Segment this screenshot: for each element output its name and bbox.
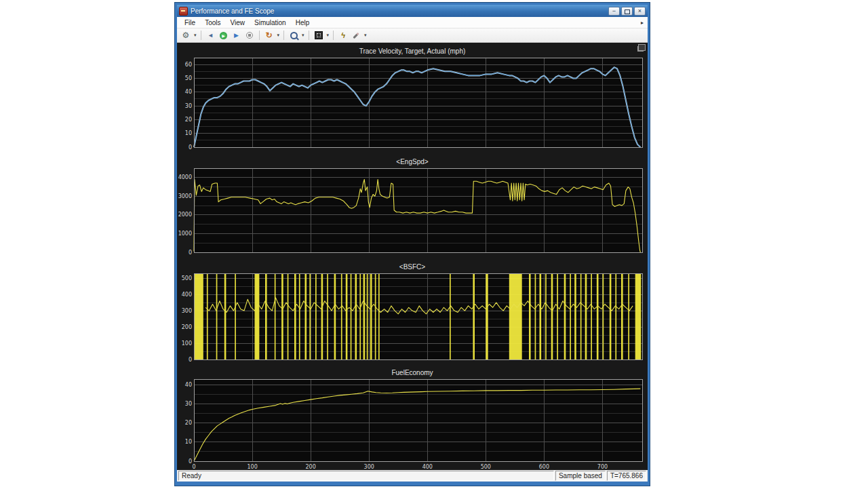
- svg-text:300: 300: [182, 308, 192, 314]
- svg-text:0: 0: [189, 357, 192, 362]
- scope-window: Performance and FE Scope − × File Tools …: [175, 3, 650, 486]
- trigger-caret-icon[interactable]: ▾: [277, 33, 280, 38]
- status-time: T=765.866: [607, 471, 646, 481]
- svg-text:60: 60: [185, 62, 192, 68]
- svg-text:0: 0: [189, 144, 192, 150]
- menu-file[interactable]: File: [180, 18, 200, 27]
- settings-caret-icon[interactable]: ▾: [194, 33, 197, 38]
- svg-text:30: 30: [185, 103, 192, 109]
- step-back-button[interactable]: ◄: [205, 30, 216, 41]
- trigger-button[interactable]: ↻: [264, 30, 275, 41]
- fueleconomy-title: FuelEconomy: [177, 369, 648, 377]
- svg-text:2000: 2000: [178, 212, 192, 218]
- svg-text:20: 20: [185, 420, 192, 426]
- measurements-button[interactable]: [351, 30, 361, 41]
- stop-icon: [246, 32, 253, 39]
- close-button[interactable]: ×: [634, 7, 646, 16]
- dock-icon[interactable]: [638, 44, 646, 51]
- bsfc-panel: <BSFC> 0100200300400500: [177, 254, 648, 361]
- zoom-icon: [290, 32, 298, 39]
- svg-text:200: 200: [182, 324, 192, 330]
- menu-help[interactable]: Help: [291, 18, 315, 27]
- velocity-chart[interactable]: 0102030405060: [177, 56, 648, 149]
- toolbar: ⚙ ▾ ◄ ▶ ▶ ↻ ▾ ▾ ▾ ϟ ▾: [177, 28, 648, 43]
- trigger-icon: ↻: [265, 31, 272, 39]
- svg-text:40: 40: [185, 382, 192, 388]
- toolbar-separator: [283, 31, 284, 40]
- fit-caret-icon[interactable]: ▾: [327, 33, 330, 38]
- svg-text:30: 30: [185, 401, 192, 407]
- toolbar-separator: [309, 31, 309, 40]
- plot-area: Trace Velocity, Target, Actual (mph) 010…: [177, 43, 648, 470]
- toolbar-separator: [259, 31, 260, 40]
- svg-text:200: 200: [305, 464, 315, 470]
- app-icon: [179, 7, 188, 16]
- svg-text:1000: 1000: [178, 231, 192, 237]
- svg-text:40: 40: [185, 89, 192, 95]
- run-button[interactable]: ▶: [218, 30, 229, 41]
- svg-text:4000: 4000: [178, 174, 192, 180]
- settings-button[interactable]: ⚙: [180, 30, 191, 41]
- bsfc-title: <BSFC>: [177, 263, 648, 271]
- window-title: Performance and FE Scope: [191, 7, 608, 15]
- svg-text:0: 0: [189, 250, 192, 255]
- svg-text:3000: 3000: [178, 193, 192, 199]
- svg-text:0: 0: [192, 464, 195, 470]
- svg-text:400: 400: [182, 292, 192, 298]
- measurements-caret-icon[interactable]: ▾: [364, 33, 367, 38]
- bsfc-chart[interactable]: 0100200300400500: [177, 271, 648, 361]
- menu-overflow-chevron[interactable]: ▸: [641, 20, 645, 26]
- bolt-icon: ϟ: [341, 31, 345, 39]
- step-back-icon: ◄: [208, 32, 214, 39]
- svg-text:300: 300: [364, 464, 374, 470]
- status-bar: Ready Sample based T=765.866: [177, 470, 648, 482]
- stop-button[interactable]: [244, 30, 255, 41]
- fueleconomy-panel: FuelEconomy 0102030400100200300400500600…: [177, 361, 648, 470]
- svg-text:100: 100: [247, 464, 257, 470]
- toolbar-separator: [201, 31, 201, 40]
- step-forward-button[interactable]: ▶: [231, 30, 242, 41]
- menu-bar: File Tools View Simulation Help ▸: [177, 17, 648, 28]
- page-background: Performance and FE Scope − × File Tools …: [0, 0, 868, 489]
- engspd-panel: <EngSpd> 01000200030004000: [177, 149, 648, 254]
- svg-text:500: 500: [182, 275, 192, 281]
- toolbar-separator: [333, 31, 334, 40]
- velocity-title: Trace Velocity, Target, Actual (mph): [177, 47, 648, 56]
- engspd-title: <EngSpd>: [177, 158, 648, 166]
- run-icon: ▶: [220, 32, 227, 39]
- step-forward-icon: ▶: [234, 32, 239, 39]
- zoom-button[interactable]: [288, 30, 299, 41]
- svg-text:600: 600: [539, 464, 549, 470]
- fueleconomy-chart[interactable]: 0102030400100200300400500600700: [177, 377, 648, 470]
- engspd-chart[interactable]: 01000200030004000: [177, 166, 648, 254]
- svg-text:400: 400: [422, 464, 433, 470]
- velocity-panel: Trace Velocity, Target, Actual (mph) 010…: [177, 44, 648, 149]
- zoom-caret-icon[interactable]: ▾: [302, 33, 304, 38]
- menu-view[interactable]: View: [225, 18, 250, 27]
- maximize-icon: [625, 9, 630, 14]
- menu-tools[interactable]: Tools: [200, 18, 225, 27]
- menu-simulation[interactable]: Simulation: [250, 18, 291, 27]
- measure-pencil-icon: [353, 32, 359, 38]
- fit-span-button[interactable]: [313, 30, 324, 41]
- svg-text:500: 500: [481, 464, 491, 470]
- status-sample-mode: Sample based: [555, 471, 606, 481]
- svg-text:700: 700: [597, 464, 608, 470]
- svg-text:20: 20: [185, 117, 192, 123]
- svg-text:10: 10: [185, 439, 192, 445]
- fit-span-icon: [315, 31, 323, 39]
- titlebar[interactable]: Performance and FE Scope − ×: [177, 5, 648, 17]
- svg-text:0: 0: [189, 458, 192, 465]
- gear-icon: ⚙: [182, 31, 190, 40]
- svg-text:10: 10: [185, 130, 192, 136]
- minimize-button[interactable]: −: [608, 7, 620, 16]
- svg-text:100: 100: [182, 340, 192, 347]
- maximize-button[interactable]: [621, 7, 633, 16]
- trigger-bolt-button[interactable]: ϟ: [338, 30, 349, 41]
- status-message: Ready: [178, 471, 554, 481]
- svg-text:50: 50: [185, 75, 192, 81]
